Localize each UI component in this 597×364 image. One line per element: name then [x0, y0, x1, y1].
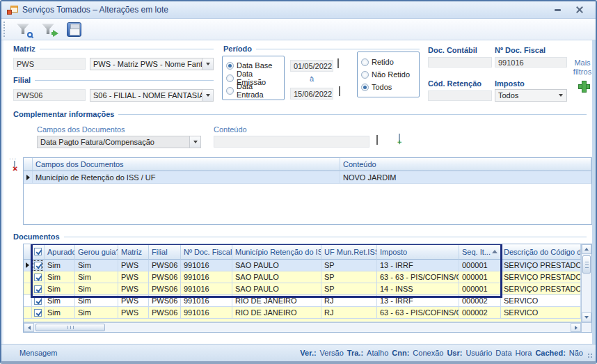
table-row[interactable]: SimSimPWSPWS06991016RIO DE JANEIRORJ63 -… [24, 307, 581, 319]
horizontal-scroll-thumb[interactable] [35, 324, 105, 331]
filter-search-button[interactable] [14, 20, 33, 38]
table-row[interactable]: SimSimPWSPWS06991016RIO DE JANEIRORJ13 -… [24, 295, 581, 307]
radio-option[interactable]: Data Entrada [226, 85, 280, 96]
grid-cell[interactable]: 63 - 63 - PIS/COFINS/CSLL [377, 307, 459, 319]
conteudo-input[interactable] [214, 136, 369, 148]
grid-cell[interactable]: PWS06 [149, 283, 181, 295]
imposto-combobox[interactable]: Todos [495, 89, 567, 102]
row-checkbox[interactable] [34, 309, 42, 317]
grid-cell[interactable]: SAO PAULO [232, 271, 321, 283]
grid-cell[interactable]: 000002 [459, 307, 501, 319]
filial-code-input[interactable]: PWS06 [13, 89, 86, 101]
row-checkbox[interactable] [34, 297, 42, 305]
date-from-input[interactable]: 01/05/2022 [290, 60, 333, 72]
column-header[interactable]: Matriz [118, 244, 149, 260]
grid-cell[interactable]: 000002 [459, 295, 501, 307]
grid-cell[interactable]: PWS [118, 283, 149, 295]
table-row[interactable]: SimSimPWSPWS06991016SAO PAULOSP63 - 63 -… [24, 271, 581, 283]
doc-contabil-input[interactable] [428, 57, 492, 68]
scroll-left-button[interactable] [24, 323, 34, 332]
grid-cell[interactable]: 000001 [459, 283, 501, 295]
grid-cell[interactable]: RJ [321, 295, 377, 307]
radio-option[interactable]: Todos [361, 81, 415, 93]
scroll-up-button[interactable] [582, 244, 591, 254]
grid-cell[interactable]: Sim [75, 307, 118, 319]
close-button[interactable] [573, 5, 586, 15]
column-header[interactable]: Imposto [377, 244, 459, 260]
row-select-cell[interactable] [32, 307, 45, 319]
grid-cell[interactable]: SERVIÇO PRESTADO ISS [501, 283, 581, 295]
table-row[interactable]: Município de Retenção do ISS / UFNOVO JA… [24, 171, 591, 184]
num-doc-fiscal-input[interactable]: 991016 [495, 57, 567, 68]
grid-cell[interactable]: Sim [75, 295, 118, 307]
matriz-combobox[interactable]: PWS - Matriz PWS - Nome Fantasia Matriz … [90, 58, 214, 70]
grid-cell[interactable]: RJ [321, 307, 377, 319]
grid-cell[interactable]: Sim [75, 283, 118, 295]
grid-cell[interactable]: SERVICO [501, 295, 581, 307]
grid-cell[interactable]: SAO PAULO [232, 260, 321, 271]
grid-cell[interactable]: Sim [75, 260, 118, 271]
grid-cell[interactable]: 991016 [181, 307, 232, 319]
vertical-scroll-thumb[interactable] [582, 255, 591, 274]
select-all-checkbox[interactable] [34, 248, 42, 255]
mais-filtros-link[interactable]: Mais filtros [568, 58, 596, 77]
grid-cell[interactable]: Município de Retenção do ISS / UF [33, 171, 340, 184]
row-select-cell[interactable] [32, 283, 45, 295]
matriz-code-input[interactable]: PWS [13, 58, 86, 70]
vertical-scrollbar[interactable] [581, 244, 591, 322]
row-select-cell[interactable] [32, 271, 45, 283]
filial-combobox[interactable]: S06 - FILIAL - NOME FANTASIA FILIAL PWS0… [90, 89, 214, 102]
grid-cell[interactable]: 991016 [181, 283, 232, 295]
column-header[interactable]: Nº Doc. Fiscal [181, 244, 232, 260]
cod-retencao-input[interactable] [428, 90, 492, 101]
chevron-down-icon[interactable] [555, 90, 566, 101]
grid-cell[interactable]: 991016 [181, 260, 232, 271]
grid-cell[interactable]: 991016 [181, 295, 232, 307]
grid-cell[interactable]: SERVICO [501, 307, 581, 319]
minimize-button[interactable] [551, 5, 564, 15]
grid-cell[interactable]: RIO DE JANEIRO [232, 295, 321, 307]
grid-cell[interactable]: Sim [45, 283, 75, 295]
grid-cell[interactable]: 000001 [459, 260, 501, 271]
grid-cell[interactable]: SERVIÇO PRESTADO ISS [501, 260, 581, 271]
grid-cell[interactable]: 000001 [459, 271, 501, 283]
radio-option[interactable]: Retido [361, 56, 415, 68]
grid-cell[interactable]: PWS [118, 295, 149, 307]
chevron-down-icon[interactable] [189, 136, 200, 148]
row-checkbox[interactable] [34, 285, 42, 293]
grid-cell[interactable]: PWS [118, 307, 149, 319]
calendar-icon[interactable] [337, 58, 339, 68]
grid-cell[interactable]: PWS06 [149, 295, 181, 307]
toolbar-grip[interactable] [3, 22, 7, 37]
grid-cell[interactable]: NOVO JARDIM [340, 171, 591, 184]
row-select-cell[interactable] [32, 295, 45, 307]
grid-cell[interactable]: PWS [118, 260, 149, 271]
grid-cell[interactable]: PWS06 [149, 260, 181, 271]
column-header[interactable]: Campos dos Documentos [33, 158, 340, 171]
column-header[interactable]: Município Retenção do ISS [232, 244, 321, 260]
grid-cell[interactable]: PWS06 [149, 307, 181, 319]
grid-cell[interactable]: SP [321, 271, 377, 283]
horizontal-scrollbar[interactable] [24, 322, 581, 332]
campos-documentos-combobox[interactable]: Data Pagto Fatura/Compensação [37, 136, 201, 148]
column-header[interactable]: Conteúdo [340, 158, 591, 171]
grid-cell[interactable]: 13 - IRRF [377, 260, 459, 271]
delete-row-icon[interactable]: ✕ [14, 161, 15, 171]
column-header[interactable]: Seq. It... [459, 244, 501, 260]
add-row-icon[interactable]: ＋ [399, 134, 400, 143]
column-header[interactable]: UF Mun.Ret.ISS [321, 244, 377, 260]
grid-cell[interactable]: SP [321, 283, 377, 295]
column-header[interactable]: Descrição do Código do F [501, 244, 581, 260]
table-row[interactable]: SimSimPWSPWS06991016SAO PAULOSP13 - IRRF… [24, 260, 581, 271]
save-button[interactable] [64, 20, 83, 38]
scroll-down-button[interactable] [582, 312, 591, 322]
grid-cell[interactable]: Sim [45, 260, 75, 271]
column-header[interactable]: Filial [149, 244, 181, 260]
grid-cell[interactable]: Sim [75, 271, 118, 283]
resize-grip[interactable] [588, 354, 594, 359]
date-to-input[interactable]: 15/06/2022 [290, 88, 333, 100]
column-header[interactable]: Apurado [45, 244, 75, 260]
grid-cell[interactable]: Sim [45, 295, 75, 307]
grid-cell[interactable]: PWS06 [149, 271, 181, 283]
grid-cell[interactable]: 991016 [181, 271, 232, 283]
